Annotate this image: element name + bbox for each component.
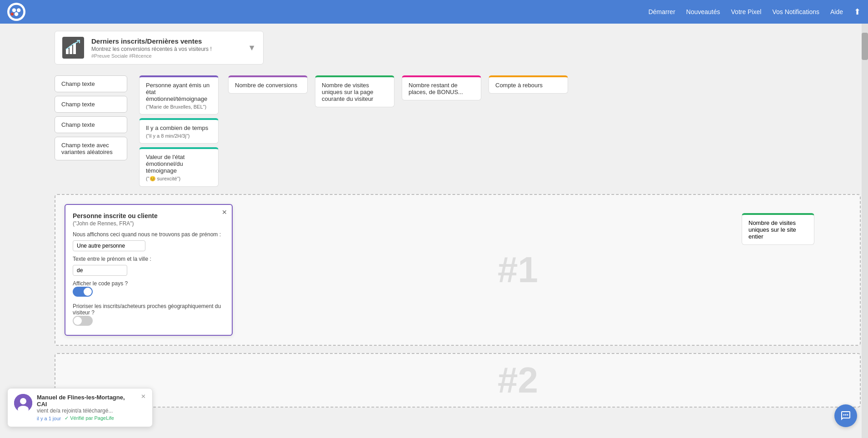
svg-rect-8 [73,43,76,54]
top-card-icon [62,37,84,59]
block-personne-etat[interactable]: Personne ayant émis un état émotionnel/t… [139,75,219,114]
violet-block-wrapper: Nombre de conversions [228,75,308,94]
dashed-area-2: #2 [55,353,861,408]
svg-point-12 [843,414,845,416]
navbar: Démarrer Nouveautés Votre Pixel Vos Noti… [0,0,868,24]
app-logo[interactable] [7,3,25,21]
scrollbar-track [862,24,868,438]
popup-card: ✕ Personne inscrite ou cliente ("John de… [65,204,233,336]
block-champ-texte-variantes[interactable]: Champ texte avec variantes aléatoires [55,137,127,160]
popup-toggle-pays-label: Afficher le code pays ? [73,280,224,287]
nav-aide[interactable]: Aide [830,8,843,15]
svg-point-1 [12,8,16,12]
chat-button[interactable] [834,404,857,427]
nav-nouveautes[interactable]: Nouveautés [686,8,720,15]
top-card-text: Derniers inscrits/Dernières ventes Montr… [91,37,240,59]
block-sub: ("Marie de Bruxelles, BEL") [146,104,212,110]
block-label: Nombre de visites uniques sur la page co… [322,82,388,102]
svg-point-10 [20,398,26,404]
block-sub: ("😊 surexcité") [146,176,212,182]
popup-label-ville: Texte entre le prénom et la ville : [73,256,224,262]
block-nombre-places[interactable]: Nombre restant de places, de BONUS... [402,75,481,100]
toast-verified: ✓ Vérifié par PageLife [65,415,114,421]
svg-rect-7 [70,46,72,54]
top-card-subtitle: Montrez les conversions récentes à vos v… [91,46,240,52]
svg-point-5 [11,13,13,15]
toggle-prioriser-geo[interactable] [73,316,93,326]
block-il-y-a-combien[interactable]: Il y a combien de temps ("il y a 8 min/2… [139,118,219,144]
nav-votre-pixel[interactable]: Votre Pixel [731,8,762,15]
top-card-title: Derniers inscrits/Dernières ventes [91,37,240,45]
block-compte-rebours[interactable]: Compte à rebours [489,75,568,94]
block-champ-texte-1[interactable]: Champ texte [55,75,127,92]
orange-block-wrapper: Compte à rebours [489,75,568,94]
svg-point-14 [847,414,848,416]
svg-point-3 [15,12,19,16]
main-content: Derniers inscrits/Dernières ventes Montr… [0,24,868,438]
toast-name: Manuel de Flines-les-Mortagne, CAI [37,394,136,408]
block-label: Personne ayant émis un état émotionnel/t… [146,82,212,102]
block-label: Valeur de l'état émotionnel/du témoignag… [146,154,212,174]
block-label: Nombre restant de places, de BONUS... [409,82,474,95]
toast-avatar [14,394,32,412]
block-label: Nombre de visites uniques sur le site en… [748,219,808,240]
toast-notification: Manuel de Flines-les-Mortagne, CAI vient… [7,388,153,427]
nav-demarrer[interactable]: Démarrer [649,8,675,15]
block-valeur-etat[interactable]: Valeur de l'état émotionnel/du témoignag… [139,147,219,187]
svg-point-13 [845,414,847,416]
block-nombre-visites-page[interactable]: Nombre de visites uniques sur la page co… [315,75,394,107]
popup-toggle-geo-label: Prioriser les inscrits/acheteurs proches… [73,303,224,316]
popup-title: Personne inscrite ou cliente [73,212,224,219]
popup-input-ville[interactable] [73,265,127,276]
dashed-number-2: #2 [498,359,538,401]
popup-toggle-geo-row: Prioriser les inscrits/acheteurs proches… [73,303,224,328]
toggle-afficher-pays[interactable] [73,287,93,297]
popup-desc: Nous affichons ceci quand nous ne trouvo… [73,231,224,238]
block-champ-texte-3[interactable]: Champ texte [55,116,127,133]
dashed-number-1: #1 [498,249,538,291]
gray-blocks-column: Champ texte Champ texte Champ texte Cham… [55,75,132,160]
popup-subtitle: ("John de Rennes, FRA") [73,220,224,227]
popup-toggle-pays-row: Afficher le code pays ? [73,280,224,299]
block-label: Il y a combien de temps [146,124,212,131]
pink-block-wrapper: Nombre restant de places, de BONUS... [402,75,481,100]
purple-teal-blocks-column: Personne ayant émis un état émotionnel/t… [139,75,221,187]
block-nombre-conversions[interactable]: Nombre de conversions [228,75,308,94]
block-sub: ("il y a 8 min/2H/3j") [146,133,212,139]
scrollbar-thumb[interactable] [862,33,868,60]
popup-input-personne[interactable] [73,240,145,251]
top-card[interactable]: Derniers inscrits/Dernières ventes Montr… [55,31,264,65]
navbar-links: Démarrer Nouveautés Votre Pixel Vos Noti… [649,7,861,17]
nav-vos-notifications[interactable]: Vos Notifications [772,8,819,15]
chevron-down-icon: ▼ [248,43,256,53]
dashed-area-1: ✕ Personne inscrite ou cliente ("John de… [55,194,861,346]
block-label: Compte à rebours [495,82,561,89]
toast-time: il y a 1 jour [37,416,61,421]
svg-point-2 [17,8,21,12]
top-card-tags: #Preuve Sociale #Récence [91,53,240,59]
toast-action: vient de/a rejoint/a téléchargé... [37,408,136,414]
block-champ-texte-2[interactable]: Champ texte [55,96,127,113]
popup-close-button[interactable]: ✕ [222,209,227,216]
svg-point-0 [10,5,24,19]
toast-content: Manuel de Flines-les-Mortagne, CAI vient… [37,394,136,421]
export-icon[interactable]: ⬆ [854,7,861,17]
block-visites-site-inside[interactable]: Nombre de visites uniques sur le site en… [742,213,814,245]
green-block-wrapper: Nombre de visites uniques sur la page co… [315,75,394,107]
block-label: Nombre de conversions [235,82,301,89]
toast-close-button[interactable]: ✕ [141,393,146,400]
